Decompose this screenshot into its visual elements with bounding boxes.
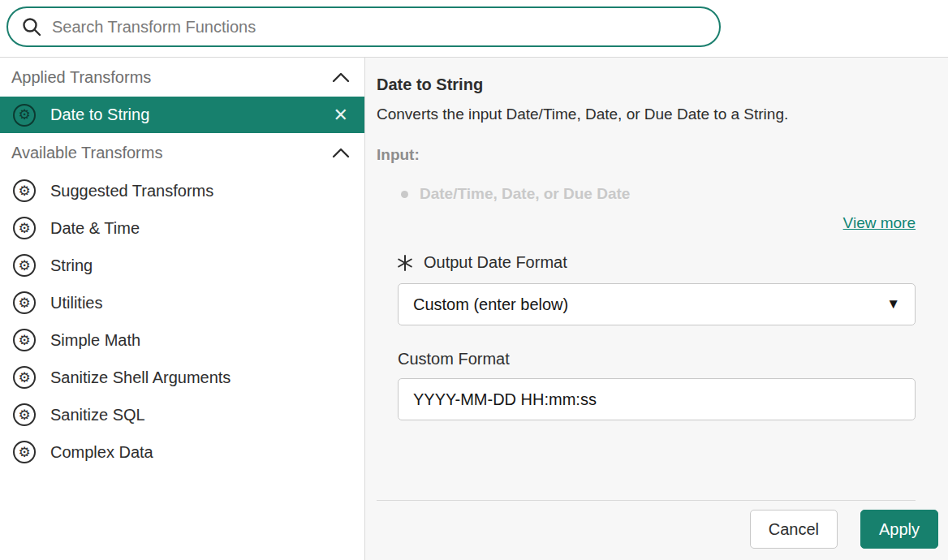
transform-item-label: Simple Math [50,331,140,350]
output-date-format-select[interactable]: Custom (enter below) ▼ [398,283,916,325]
transform-description: Converts the input Date/Time, Date, or D… [377,106,916,123]
apply-button[interactable]: Apply [860,510,938,549]
gear-icon: ⚙ [13,217,36,239]
required-asterisk-icon [396,254,414,272]
transform-item-label: Sanitize Shell Arguments [50,368,231,387]
search-bar[interactable]: Search Transform Functions [6,6,721,47]
cancel-button[interactable]: Cancel [750,510,838,549]
gear-icon: ⚙ [13,403,36,426]
input-type-label: Date/Time, Date, or Due Date [420,185,630,203]
gear-icon: ⚙ [13,104,36,127]
sidebar-item-sanitize-shell-arguments[interactable]: ⚙ Sanitize Shell Arguments [0,359,364,396]
chevron-down-icon: ▼ [886,296,900,312]
applied-transforms-header: Applied Transforms [0,58,364,97]
sidebar-item-suggested-transforms[interactable]: ⚙ Suggested Transforms [0,172,364,209]
sidebar-item-utilities[interactable]: ⚙ Utilities [0,284,364,321]
transform-item-label: String [50,256,93,275]
sidebar-item-sanitize-sql[interactable]: ⚙ Sanitize SQL [0,396,364,433]
transform-functions-panel: Search Transform Functions Applied Trans… [0,0,948,560]
view-more-link[interactable]: View more [843,214,916,231]
applied-transform-date-to-string[interactable]: ⚙ Date to String ✕ [0,97,364,133]
search-input[interactable]: Search Transform Functions [52,18,706,37]
page-title: Date to String [377,75,916,94]
gear-icon: ⚙ [13,179,36,202]
gear-icon: ⚙ [13,329,36,351]
bullet-icon [401,191,408,198]
sidebar-item-complex-data[interactable]: ⚙ Complex Data [0,433,364,471]
transform-detail-panel: Date to String Converts the input Date/T… [365,58,948,560]
chevron-up-icon[interactable] [332,71,350,83]
output-date-format-label-row: Output Date Format [377,253,916,272]
gear-icon: ⚙ [13,254,36,277]
applied-transforms-label: Applied Transforms [11,68,151,87]
transform-item-label: Sanitize SQL [50,406,145,424]
transform-item-label: Complex Data [50,443,153,462]
sidebar-item-date-time[interactable]: ⚙ Date & Time [0,209,364,247]
input-section-label: Input: [377,146,916,164]
footer-divider [377,500,916,501]
search-icon [21,16,42,37]
sidebar-item-string[interactable]: ⚙ String [0,247,364,284]
custom-format-input[interactable] [398,378,916,420]
output-date-format-label: Output Date Format [424,253,567,272]
chevron-up-icon[interactable] [332,147,350,158]
input-type-item: Date/Time, Date, or Due Date [377,185,916,203]
transform-item-label: Utilities [50,294,102,312]
selected-option-label: Custom (enter below) [413,295,568,314]
transforms-sidebar: Applied Transforms ⚙ Date to String ✕ Av… [0,58,365,560]
custom-format-label: Custom Format [398,350,916,368]
transform-item-label: Suggested Transforms [50,182,213,200]
gear-icon: ⚙ [13,441,36,463]
transform-item-label: Date & Time [50,219,140,238]
applied-transform-label: Date to String [50,106,316,124]
remove-transform-icon[interactable]: ✕ [330,105,351,126]
gear-icon: ⚙ [13,291,36,314]
gear-icon: ⚙ [13,366,36,389]
sidebar-item-simple-math[interactable]: ⚙ Simple Math [0,321,364,359]
available-transforms-header: Available Transforms [0,133,364,172]
available-transforms-label: Available Transforms [11,144,162,162]
